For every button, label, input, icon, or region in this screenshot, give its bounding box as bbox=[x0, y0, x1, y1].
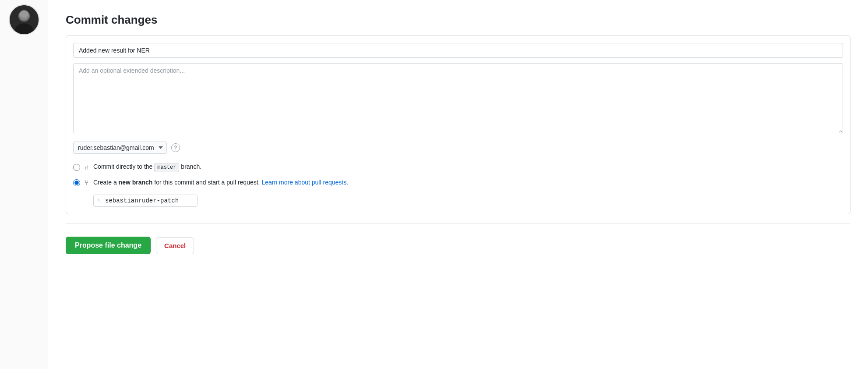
branch-name-icon: ⑂ bbox=[98, 197, 102, 204]
svg-point-4 bbox=[20, 11, 28, 18]
help-icon[interactable]: ? bbox=[171, 143, 180, 152]
page-title: Commit changes bbox=[66, 13, 850, 27]
commit-icon: ⑁ bbox=[85, 163, 89, 171]
new-branch-radio[interactable] bbox=[73, 179, 80, 186]
avatar bbox=[9, 4, 39, 35]
sidebar bbox=[0, 0, 48, 369]
direct-branch-radio[interactable] bbox=[73, 164, 80, 171]
branch-option-direct: ⑁ Commit directly to the master branch. bbox=[73, 163, 843, 172]
author-row: ruder.sebastian@gmail.com ? bbox=[73, 142, 843, 154]
footer-divider bbox=[66, 223, 850, 224]
branch-name-input-container: ⑂ bbox=[93, 195, 198, 207]
cancel-button[interactable]: Cancel bbox=[156, 237, 194, 254]
main-content: Commit changes ruder.sebastian@gmail.com… bbox=[48, 0, 868, 369]
commit-form: ruder.sebastian@gmail.com ? ⑁ Commit dir… bbox=[66, 35, 850, 214]
avatar-image bbox=[10, 5, 39, 34]
new-branch-label[interactable]: Create a new branch for this commit and … bbox=[93, 178, 348, 187]
learn-more-link[interactable]: Learn more about pull requests. bbox=[261, 179, 348, 186]
footer-actions: Propose file change Cancel bbox=[66, 237, 850, 254]
master-badge: master bbox=[154, 163, 179, 172]
branch-name-row: ⑂ bbox=[93, 195, 843, 207]
direct-branch-label[interactable]: Commit directly to the master branch. bbox=[93, 163, 201, 172]
author-select[interactable]: ruder.sebastian@gmail.com bbox=[73, 142, 167, 154]
commit-description-textarea[interactable] bbox=[73, 63, 843, 133]
branch-options: ⑁ Commit directly to the master branch. … bbox=[73, 163, 843, 207]
new-branch-bold: new branch bbox=[119, 179, 153, 186]
branch-option-new: ⑂ Create a new branch for this commit an… bbox=[73, 178, 843, 187]
commit-message-input[interactable] bbox=[73, 43, 843, 58]
propose-file-change-button[interactable]: Propose file change bbox=[66, 237, 151, 254]
branch-icon: ⑂ bbox=[85, 179, 89, 187]
branch-name-field[interactable] bbox=[105, 197, 193, 204]
